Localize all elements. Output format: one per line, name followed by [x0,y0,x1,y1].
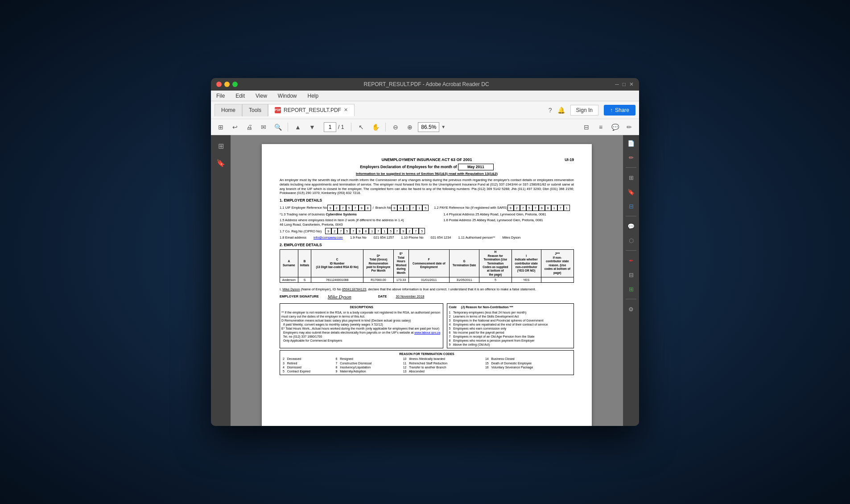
rs-settings-icon[interactable]: ⚙ [625,303,637,315]
rs-spreadsheet-icon[interactable]: ⊞ [625,283,637,295]
rs-divider-1 [626,167,636,168]
nav-print-icon[interactable]: 🖨 [243,121,256,133]
rs-microsoft-icon[interactable]: ⊟ [625,200,637,212]
reason-6: 6 No income paid for the payroll period [449,330,572,335]
cell-hours: 173.33 [394,277,408,283]
sidebar-bookmarks-icon[interactable]: 🔖 [214,156,228,170]
nav-email-icon[interactable]: ✉ [257,121,270,133]
email-value[interactable]: info@company.com [314,235,343,240]
rs-pages-icon[interactable]: ⊞ [625,171,637,184]
nav-back-icon[interactable]: ↩ [229,121,241,133]
rs-divider-2 [626,216,636,216]
ui-number: UI-19 [565,157,574,162]
desc-6: Tel. no (012) 337 1680/1700 [281,335,442,339]
rs-bookmark-icon[interactable]: 🔖 [625,186,637,198]
nav-view-mode-icon[interactable]: ⊟ [580,121,593,133]
declaration-section: I, Mike Dyson (Name of Employer), ID No … [280,287,574,292]
co-reg-label: 1.7 Co. Reg.No (CIPRO No) [280,229,322,234]
rs-fill-icon[interactable]: ⊟ [625,269,637,281]
help-icon[interactable]: ? [549,107,552,114]
cell-termination-date: 31/05/2011 [450,277,479,283]
menu-help[interactable]: Help [306,92,321,100]
nav-zoom-in-icon[interactable]: ⊕ [404,121,416,133]
app-window: REPORT_RESULT.PDF - Adobe Acrobat Reader… [211,78,639,426]
right-sidebar: 📄 ✏ ⊞ 🔖 ⊟ 💬 ⬡ ✒ ⊟ ⊞ ⚙ [623,135,639,426]
rs-export-icon[interactable]: 📄 [625,137,637,149]
reason-header: Code (J) Reason for Non-Contribution *** [449,305,572,309]
nav-scroll-icon[interactable]: ≡ [594,121,607,133]
close-button[interactable] [216,82,222,87]
tab-close-icon[interactable]: ✕ [344,107,348,113]
physical-address-value: 25 Abbey Road, Lynnwood Glen, Pretoria, … [475,212,546,216]
win-restore-icon[interactable]: □ [623,81,626,87]
nav-thumbnails-icon[interactable]: ⊞ [215,121,227,133]
menu-edit[interactable]: Edit [234,92,247,100]
page-number-input[interactable] [324,122,336,132]
desc-2: D Remuneration means actual basic salary… [281,318,442,322]
rs-red-pen-icon[interactable]: ✒ [625,254,637,267]
rs-stamp-icon[interactable]: ⬡ [625,234,637,247]
menu-file[interactable]: File [215,92,227,100]
menu-view[interactable]: View [254,92,269,100]
signature-section: EMPLOYER SIGNATURE Mike Dyson DATE 30 No… [280,293,574,300]
main-toolbar: Home Tools PDF REPORT_RESULT.PDF ✕ ? 🔔 S… [211,101,639,119]
cell-reason-code: 5 [479,277,512,283]
nav-bar: ⊞ ↩ 🖨 ✉ 🔍 ▲ ▼ / 1 ↖ ✋ ⊖ ⊕ ▼ ⊟ ≡ 💬 ✏ [211,119,639,135]
rs-edit-icon[interactable]: ✏ [625,151,637,164]
uif-ref-label: 1.1 UIF Employer Reference No [280,206,327,210]
fax-label: 1.9 Fax No [350,235,367,240]
nav-next-page-icon[interactable]: ▼ [306,121,318,133]
intro-text: An employer must by the seventh day of e… [280,178,574,195]
cell-contributor: YES [512,277,541,283]
tc-3: 3 Retired [281,361,334,365]
declaration-text: I, Mike Dyson (Name of Employer), ID No … [280,287,574,292]
fax-value: 021 654 1257 [374,235,394,240]
nav-comment-icon[interactable]: 💬 [609,121,621,133]
nav-prev-page-icon[interactable]: ▲ [292,121,304,133]
reason-box: Code (J) Reason for Non-Contribution ***… [447,303,574,348]
pdf-area[interactable]: UI-19 UNEMPLOYMENT INSURANCE ACT 63 OF 2… [231,135,623,426]
reason-5: 5 Employees who earn commission only [449,326,572,330]
pdf-icon: PDF [275,107,281,113]
share-button[interactable]: ↑ Share [604,105,635,116]
branch-ref-boxes: 981715 [391,205,429,211]
tc-14: 14 Business Closed [484,357,572,361]
zoom-dropdown-icon[interactable]: ▼ [441,124,446,129]
desc-7: Only Applicable for Commercial Employers [281,339,442,343]
desc-5: Employers may also submit these details … [281,330,442,335]
work-address-value: 46 Long Road, Garsfontein, Pretoria, 004… [280,223,436,227]
act-title: UNEMPLOYMENT INSURANCE ACT 63 OF 2001 [280,157,574,163]
cell-initials: S [298,277,311,283]
reason-8: 8 Employees who receive a pension paymen… [449,339,572,343]
table-row: Anderson S 7611240001088 R17000.00 173.3… [280,277,574,283]
sidebar-pages-icon[interactable]: ⊞ [214,139,228,153]
zoom-input[interactable] [418,122,439,132]
col-h-header: HReason forTermination (UseTerminationCo… [479,250,512,277]
physical-address-label: 1.4 Physical Address [443,212,475,216]
cell-id: 7611240001088 [311,277,363,283]
nav-cursor-icon[interactable]: ↖ [355,121,367,133]
tab-home[interactable]: Home [215,104,242,116]
tc-2: 2 Deceased [281,357,334,361]
win-close-icon[interactable]: ✕ [629,81,634,87]
reason-3: 3 Employees in the National and Provinci… [449,318,572,322]
col-b-header: BInitials [298,250,311,277]
notification-icon[interactable]: 🔔 [557,107,565,114]
descriptions-section: DESCRIPTIONS ** If the employer is not r… [280,303,574,348]
win-minimize-icon[interactable]: ─ [615,81,619,87]
nav-zoom-out-icon[interactable]: ⊖ [389,121,402,133]
termination-section: REASON FOR TERMINATION CODES 2 Deceased … [280,350,574,375]
tab-tools[interactable]: Tools [242,104,268,116]
rs-divider-4 [626,299,636,299]
rs-comment-icon[interactable]: 💬 [625,220,637,232]
month-value: May 2011 [458,164,494,170]
nav-hand-icon[interactable]: ✋ [369,121,382,133]
sign-in-button[interactable]: Sign In [570,105,598,116]
nav-pen-icon[interactable]: ✏ [623,121,635,133]
tab-file-label[interactable]: REPORT_RESULT.PDF [284,107,341,113]
minimize-button[interactable] [224,82,230,87]
nav-search-icon[interactable]: 🔍 [272,121,284,133]
menu-window[interactable]: Window [276,92,299,100]
trading-name-label: *1.3 Trading name of business [280,212,326,216]
maximize-button[interactable] [232,82,238,87]
